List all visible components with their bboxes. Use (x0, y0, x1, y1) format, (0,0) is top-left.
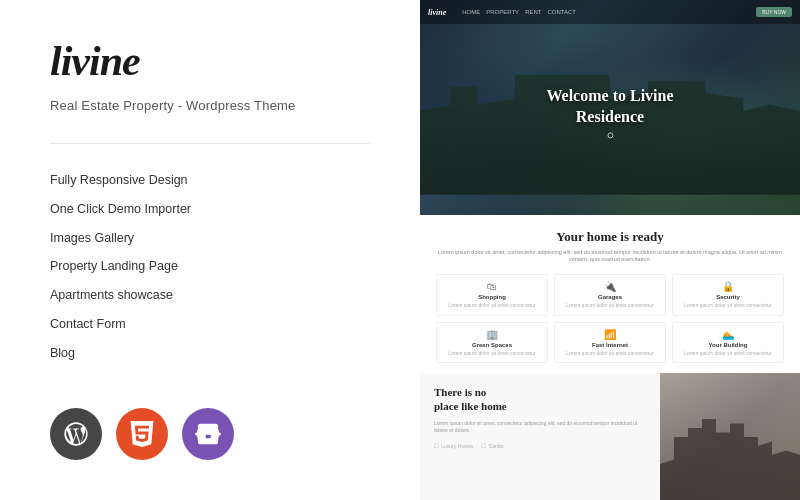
feature-card-garages: 🔌 Garages Lorem ipsum dolor sit amet con… (554, 274, 666, 316)
feature-item-importer: One Click Demo Importer (50, 195, 370, 224)
right-panel: livine HOME PROPERTY RENT CONTACT BUY NO… (420, 0, 800, 500)
preview-bottom-text: There is noplace like home Lorem ipsum d… (420, 373, 660, 500)
preview-hero-title: Welcome to LivineResidence (546, 87, 673, 129)
feature-item-gallery: Images Gallery (50, 224, 370, 253)
nav-rent: RENT (525, 9, 541, 15)
security-icon: 🔒 (679, 281, 777, 292)
feature-card-shopping: 🛍 Shopping Lorem ipsum dolor sit amet co… (436, 274, 548, 316)
fc-title-4: Fast Internet (561, 342, 659, 348)
luxury-label: Luxury Homes (441, 443, 473, 449)
shopping-icon: 🛍 (443, 281, 541, 292)
feature-item-contact: Contact Form (50, 310, 370, 339)
badges-row (50, 388, 370, 460)
fc-title-1: Garages (561, 294, 659, 300)
building-icon: 🏊 (679, 329, 777, 340)
feature-item-responsive: Fully Responsive Design (50, 166, 370, 195)
preview-bottom-image (660, 373, 800, 500)
nav-home: HOME (462, 9, 480, 15)
preview-hero: livine HOME PROPERTY RENT CONTACT BUY NO… (420, 0, 800, 215)
preview-nav: livine HOME PROPERTY RENT CONTACT BUY NO… (420, 0, 800, 24)
wordpress-badge (50, 408, 102, 460)
feature-item-landing: Property Landing Page (50, 252, 370, 281)
bottom-description: Lorem ipsum dolor sit amet, consectetur … (434, 420, 646, 434)
fc-text-2: Lorem ipsum dolor sit amet consectetur (679, 302, 777, 309)
fc-title-0: Shopping (443, 294, 541, 300)
left-panel: livine Real Estate Property - Wordpress … (0, 0, 420, 500)
bootstrap-badge (182, 408, 234, 460)
fc-text-4: Lorem ipsum dolor sit amet consectetur (561, 350, 659, 357)
preview-nav-cta: BUY NOW (756, 7, 792, 17)
features-list: Fully Responsive Design One Click Demo I… (50, 166, 370, 367)
feature-item-blog: Blog (50, 339, 370, 368)
garages-icon: 🔌 (561, 281, 659, 292)
cardio-icon: □ (481, 442, 485, 450)
features-cards-grid: 🛍 Shopping Lorem ipsum dolor sit amet co… (436, 274, 784, 363)
preview-nav-brand: livine (428, 8, 446, 17)
divider (50, 143, 370, 144)
preview-nav-links: HOME PROPERTY RENT CONTACT (462, 9, 576, 15)
building-image-silhouette (660, 410, 800, 500)
feature-card-building: 🏊 Your Building Lorem ipsum dolor sit am… (672, 322, 784, 364)
bottom-heading: There is noplace like home (434, 385, 646, 414)
nav-contact: CONTACT (547, 9, 576, 15)
fc-title-5: Your Building (679, 342, 777, 348)
feature-item-apartments: Apartments showcase (50, 281, 370, 310)
hero-dot (607, 132, 613, 138)
features-heading: Your home is ready (436, 229, 784, 245)
bottom-icons-row: □ Luxury Homes □ Cardio (434, 442, 646, 450)
fc-text-1: Lorem ipsum dolor sit amet consectetur (561, 302, 659, 309)
bottom-icon-1: □ Luxury Homes (434, 442, 473, 450)
feature-card-security: 🔒 Security Lorem ipsum dolor sit amet co… (672, 274, 784, 316)
preview-features-section: Your home is ready Lorem ipsum dolor sit… (420, 215, 800, 373)
tagline: Real Estate Property - Wordpress Theme (50, 98, 370, 113)
fc-text-3: Lorem ipsum dolor sit amet consectetur (443, 350, 541, 357)
preview-hero-text: Welcome to LivineResidence (546, 87, 673, 139)
fc-title-2: Security (679, 294, 777, 300)
fc-text-5: Lorem ipsum dolor sit amet consectetur (679, 350, 777, 357)
preview-bottom-section: There is noplace like home Lorem ipsum d… (420, 373, 800, 500)
feature-card-internet: 📶 Fast Internet Lorem ipsum dolor sit am… (554, 322, 666, 364)
green-spaces-icon: 🏢 (443, 329, 541, 340)
fc-text-0: Lorem ipsum dolor sit amet consectetur (443, 302, 541, 309)
html5-badge (116, 408, 168, 460)
nav-property: PROPERTY (486, 9, 519, 15)
brand-title: livine (50, 40, 370, 82)
fc-title-3: Green Spaces (443, 342, 541, 348)
internet-icon: 📶 (561, 329, 659, 340)
luxury-icon: □ (434, 442, 438, 450)
cardio-label: Cardio (489, 443, 504, 449)
bottom-icon-2: □ Cardio (481, 442, 503, 450)
features-description: Lorem ipsum dolor sit amet, consectetur … (436, 249, 784, 264)
feature-card-green: 🏢 Green Spaces Lorem ipsum dolor sit ame… (436, 322, 548, 364)
